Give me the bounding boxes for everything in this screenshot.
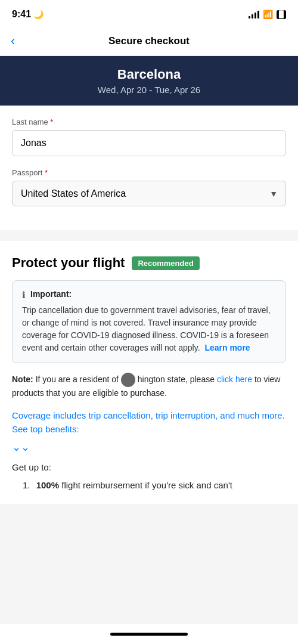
required-star: *: [48, 117, 54, 126]
last-name-input[interactable]: [12, 130, 286, 156]
signal-icon: [249, 10, 259, 18]
protect-header: Protect your flight Recommended: [12, 255, 286, 271]
last-name-label: Last name *: [12, 117, 286, 126]
destination-city: Barcelona: [12, 67, 286, 82]
passport-required-star: *: [42, 168, 48, 177]
moon-icon: 🌙: [33, 10, 44, 19]
info-box-header: ℹ Important:: [22, 289, 276, 301]
reimbursement-item: 1. 100% flight reimbursement if you're s…: [12, 478, 286, 492]
nav-header: ‹ Secure checkout: [0, 26, 298, 56]
info-box: ℹ Important: Trip cancellation due to go…: [12, 280, 286, 363]
section-spacer: [0, 230, 298, 241]
coverage-text: Coverage includes trip cancellation, tri…: [12, 408, 286, 436]
protect-title: Protect your flight: [12, 255, 125, 271]
expand-icon[interactable]: ⌄⌄: [12, 441, 286, 462]
click-here-link[interactable]: click here: [217, 374, 252, 384]
passport-label: Passport *: [12, 168, 286, 177]
destination-banner: Barcelona Wed, Apr 20 - Tue, Apr 26: [0, 56, 298, 106]
wifi-icon: 📶: [263, 10, 273, 19]
note-label: Note:: [12, 374, 33, 384]
get-up-to-label: Get up to:: [12, 462, 286, 472]
back-button[interactable]: ‹: [11, 33, 15, 49]
info-icon: ℹ: [22, 290, 26, 301]
passport-select-wrapper: United States of America Canada United K…: [12, 181, 286, 206]
note-section: Note: If you are a resident of hington s…: [12, 373, 286, 400]
passport-select[interactable]: United States of America Canada United K…: [12, 181, 286, 206]
form-section: Last name * Passport * United States of …: [0, 106, 298, 230]
list-number: 1.: [23, 480, 30, 490]
status-time: 9:41: [12, 9, 31, 20]
note-text: Note: If you are a resident of hington s…: [12, 373, 286, 400]
obstruction-placeholder: [121, 373, 135, 387]
status-icons: 📶 ▉: [249, 10, 286, 19]
important-text: Trip cancellation due to government trav…: [22, 304, 276, 354]
protect-section: Protect your flight Recommended ℹ Import…: [0, 241, 298, 504]
page-title: Secure checkout: [12, 35, 286, 47]
battery-icon: ▉: [277, 10, 286, 19]
recommended-badge: Recommended: [132, 256, 199, 270]
home-indicator: [0, 624, 298, 644]
important-label: Important:: [30, 289, 72, 299]
home-bar: [110, 633, 188, 636]
status-bar: 9:41 🌙 📶 ▉: [0, 0, 298, 26]
learn-more-link[interactable]: Learn more: [204, 343, 250, 352]
destination-dates: Wed, Apr 20 - Tue, Apr 26: [12, 85, 286, 95]
